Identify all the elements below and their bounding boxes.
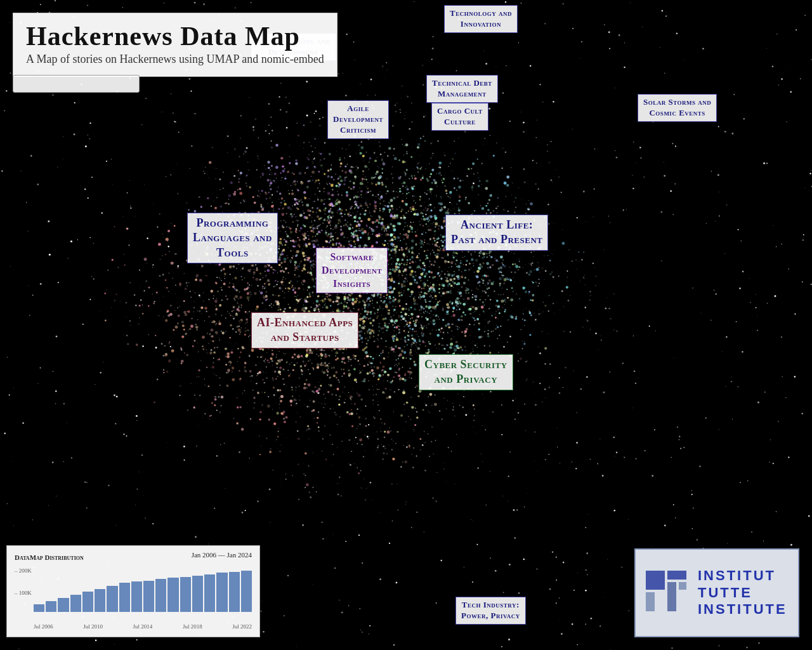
x-label-0: Jul 2006 — [34, 623, 53, 630]
svg-rect-0 — [646, 571, 665, 590]
page-subtitle: A Map of stories on Hackernews using UMA… — [26, 53, 324, 66]
chart-x-labels: Jul 2006 Jul 2010 Jul 2014 Jul 2018 Jul … — [15, 623, 252, 630]
x-label-3: Jul 2018 — [183, 623, 202, 630]
label-text-programming: ProgrammingLanguages andTools — [193, 216, 272, 260]
logo-svg — [646, 571, 690, 615]
chart-bar-11 — [167, 578, 178, 612]
svg-rect-1 — [667, 571, 686, 580]
chart-bar-1 — [46, 601, 56, 612]
label-cyber: Cyber Securityand Privacy — [419, 354, 513, 390]
page-title: Hackernews Data Map — [26, 21, 324, 51]
logo-panel: INSTITUT TUTTE INSTITUTE — [634, 548, 799, 637]
svg-rect-2 — [646, 592, 655, 611]
x-label-2: Jul 2014 — [133, 623, 153, 630]
label-software: SoftwareDevelopmentInsights — [316, 248, 388, 293]
logo-line-1: INSTITUT — [698, 567, 787, 584]
chart-y-labels: – 100K – 200K — [15, 567, 32, 612]
chart-bar-2 — [58, 598, 69, 612]
label-text-software: SoftwareDevelopmentInsights — [322, 251, 382, 290]
chart-bar-16 — [229, 572, 240, 612]
label-text-cyber: Cyber Securityand Privacy — [424, 357, 508, 387]
header-panel: Hackernews Data Map A Map of stories on … — [13, 13, 337, 77]
label-tech-industry: Tech Industry:Power, Privacy — [455, 597, 526, 625]
label-ancient: Ancient Life:Past and Present — [445, 215, 548, 251]
label-text-agile: AgileDevelopmentCriticism — [333, 103, 383, 136]
search-box[interactable] — [13, 75, 140, 93]
logo-line-2: TUTTE — [698, 585, 787, 601]
svg-rect-3 — [667, 582, 676, 611]
x-label-1: Jul 2010 — [83, 623, 103, 630]
label-ai-enhanced: AI-Enhanced Appsand Startups — [251, 312, 358, 348]
chart-date-range: Jan 2006 — Jan 2024 — [192, 551, 252, 559]
label-text-tech-industry: Tech Industry:Power, Privacy — [461, 600, 520, 621]
chart-bar-6 — [107, 586, 117, 612]
label-cargo-cult: Cargo CultCulture — [431, 103, 488, 131]
label-text-ai-enhanced: AI-Enhanced Appsand Startups — [257, 315, 353, 345]
logo-text-area: INSTITUT TUTTE INSTITUTE — [698, 567, 787, 618]
chart-panel: DataMap Distribution Jan 2006 — Jan 2024… — [6, 545, 260, 637]
chart-bar-13 — [192, 576, 203, 612]
label-technical-debt: Technical DebtManagement — [426, 75, 498, 103]
label-agile: AgileDevelopmentCriticism — [327, 100, 389, 139]
svg-rect-4 — [679, 582, 686, 590]
chart-bar-3 — [70, 595, 81, 612]
label-text-technology: Technology andInnovation — [450, 8, 512, 30]
logo-line-3: INSTITUTE — [698, 601, 787, 618]
label-programming: ProgrammingLanguages andTools — [187, 213, 278, 263]
label-text-technical-debt: Technical DebtManagement — [432, 78, 492, 100]
chart-bar-8 — [131, 581, 142, 612]
chart-bars — [15, 567, 252, 612]
label-text-ancient: Ancient Life:Past and Present — [451, 218, 542, 248]
chart-bar-0 — [34, 604, 44, 612]
label-text-solar: Solar Storms andCosmic Events — [643, 97, 711, 119]
label-text-cargo-cult: Cargo CultCulture — [437, 106, 483, 128]
y-label-2: – 200K — [15, 567, 32, 574]
y-label-1: – 100K — [15, 590, 32, 596]
chart-bar-7 — [119, 583, 130, 612]
chart-bar-5 — [95, 589, 105, 612]
chart-bar-9 — [143, 581, 154, 612]
label-solar: Solar Storms andCosmic Events — [638, 94, 717, 122]
chart-bar-10 — [155, 579, 166, 612]
label-technology: Technology andInnovation — [444, 5, 518, 33]
search-input[interactable] — [18, 79, 134, 89]
chart-bar-17 — [241, 571, 252, 612]
logo-icon — [646, 571, 690, 615]
chart-bar-14 — [204, 574, 215, 612]
x-label-4: Jul 2022 — [232, 623, 252, 630]
chart-bar-4 — [82, 592, 93, 612]
chart-bars-area: – 100K – 200K — [15, 567, 252, 621]
chart-bar-12 — [180, 577, 191, 612]
chart-bar-15 — [216, 573, 227, 612]
chart-title: DataMap Distribution — [15, 554, 84, 561]
